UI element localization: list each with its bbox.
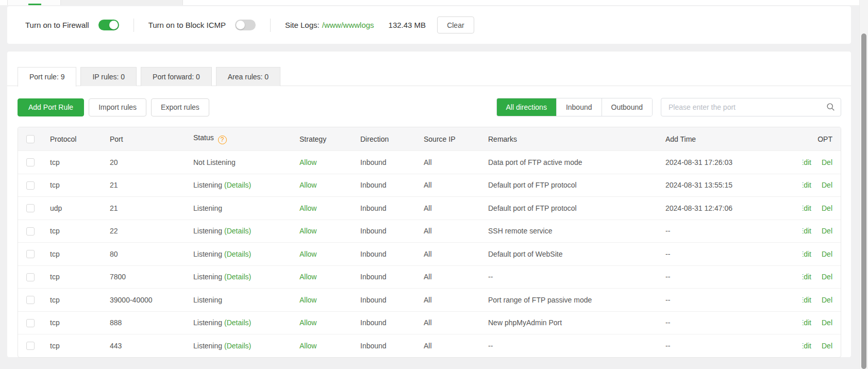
header-remarks: Remarks: [481, 135, 658, 143]
status-cell: Listening: [186, 296, 292, 304]
direction-cell: Inbound: [353, 296, 416, 304]
vertical-scrollbar[interactable]: [859, 0, 868, 369]
row-checkbox-cell: [18, 181, 43, 190]
active-tab-indicator: [28, 4, 41, 5]
status-details-link[interactable]: (Details): [224, 181, 251, 189]
row-checkbox-cell: [18, 295, 43, 304]
row-checkbox[interactable]: [26, 250, 35, 258]
edit-link[interactable]: Edit: [803, 273, 811, 281]
status-details-link[interactable]: (Details): [224, 318, 251, 327]
search-icon[interactable]: [826, 103, 835, 113]
remarks-cell: Data port of FTP active mode: [481, 158, 658, 166]
del-link[interactable]: Del: [822, 250, 832, 258]
status-cell: Listening(Details): [186, 273, 292, 281]
edit-link[interactable]: Edit: [803, 204, 811, 212]
toggle-knob: [236, 21, 245, 29]
status-cell: Listening(Details): [186, 250, 292, 258]
del-link[interactable]: Del: [822, 158, 832, 166]
export-rules-button[interactable]: Export rules: [151, 98, 209, 116]
header-port: Port: [103, 135, 186, 143]
edit-link[interactable]: Edit: [803, 158, 811, 166]
filter-all-directions[interactable]: All directions: [497, 98, 556, 116]
status-details-link[interactable]: (Details): [224, 227, 251, 235]
row-checkbox[interactable]: [26, 273, 35, 281]
add-time-cell: 2024-08-31 12:47:06: [658, 204, 803, 212]
top-active-tab[interactable]: [7, 0, 61, 5]
direction-cell: Inbound: [353, 250, 416, 258]
edit-link[interactable]: Edit: [803, 250, 811, 258]
table-row: tcp 21 Listening(Details) Allow Inbound …: [18, 174, 841, 197]
strategy-cell: Allow: [292, 296, 353, 304]
port-cell: 22: [103, 227, 186, 235]
rules-tabs: Port rule: 9 IP rules: 0 Port forward: 0…: [7, 67, 851, 86]
firewall-rules-panel: Port rule: 9 IP rules: 0 Port forward: 0…: [7, 52, 851, 357]
protocol-cell: tcp: [43, 318, 103, 327]
opt-cell: Edit Del: [803, 296, 841, 304]
status-cell: Not Listening: [186, 158, 292, 166]
direction-cell: Inbound: [353, 204, 416, 212]
firewall-toggle[interactable]: [98, 20, 119, 30]
strategy-cell: Allow: [292, 204, 353, 212]
edit-link[interactable]: Edit: [803, 318, 811, 327]
clear-logs-button[interactable]: Clear: [437, 16, 474, 33]
direction-cell: Inbound: [353, 158, 416, 166]
top-inactive-tab[interactable]: [61, 0, 183, 5]
status-details-link[interactable]: (Details): [224, 250, 251, 258]
del-link[interactable]: Del: [822, 204, 832, 212]
opt-cell: Edit Del: [803, 181, 841, 189]
port-cell: 21: [103, 204, 186, 212]
row-checkbox[interactable]: [26, 204, 35, 212]
filter-inbound[interactable]: Inbound: [556, 98, 602, 116]
source-ip-cell: All: [416, 273, 481, 281]
header-direction: Direction: [353, 135, 416, 143]
direction-cell: Inbound: [353, 227, 416, 235]
row-checkbox[interactable]: [26, 319, 35, 327]
direction-cell: Inbound: [353, 181, 416, 189]
divider: [270, 19, 271, 32]
add-port-rule-button[interactable]: Add Port Rule: [18, 98, 84, 116]
port-search-input[interactable]: [661, 98, 841, 116]
del-link[interactable]: Del: [822, 318, 832, 327]
opt-cell: Edit Del: [803, 204, 841, 212]
edit-link[interactable]: Edit: [803, 342, 811, 350]
row-checkbox[interactable]: [26, 181, 35, 190]
del-link[interactable]: Del: [822, 342, 832, 350]
icmp-toggle[interactable]: [235, 20, 256, 30]
edit-link[interactable]: Edit: [803, 296, 811, 304]
edit-link[interactable]: Edit: [803, 181, 811, 189]
add-time-cell: --: [658, 250, 803, 258]
status-details-link[interactable]: (Details): [224, 273, 251, 281]
protocol-cell: tcp: [43, 342, 103, 350]
row-checkbox[interactable]: [26, 342, 35, 350]
table-header-row: Protocol Port Status? Strategy Direction…: [18, 127, 841, 150]
tab-ip-rules[interactable]: IP rules: 0: [80, 67, 137, 86]
import-rules-button[interactable]: Import rules: [89, 98, 146, 116]
strategy-cell: Allow: [292, 158, 353, 166]
status-details-link[interactable]: (Details): [224, 342, 251, 350]
direction-filter-group: All directions Inbound Outbound: [496, 98, 653, 116]
strategy-cell: Allow: [292, 250, 353, 258]
add-time-cell: --: [658, 227, 803, 235]
row-checkbox[interactable]: [26, 227, 35, 236]
del-link[interactable]: Del: [822, 296, 832, 304]
filter-outbound[interactable]: Outbound: [602, 98, 653, 116]
row-checkbox[interactable]: [26, 296, 35, 304]
del-link[interactable]: Del: [822, 181, 832, 189]
del-link[interactable]: Del: [822, 227, 832, 235]
header-checkbox-cell: [18, 135, 43, 143]
firewall-toggle-label: Turn on to Firewall: [25, 21, 89, 29]
select-all-checkbox[interactable]: [26, 135, 35, 143]
del-link[interactable]: Del: [822, 273, 832, 281]
row-checkbox[interactable]: [26, 158, 35, 166]
status-help-icon[interactable]: ?: [218, 136, 227, 144]
tab-area-rules[interactable]: Area rules: 0: [216, 67, 280, 86]
site-logs-path-link[interactable]: /www/wwwlogs: [322, 21, 374, 29]
edit-link[interactable]: Edit: [803, 227, 811, 235]
protocol-cell: tcp: [43, 158, 103, 166]
tab-port-rules[interactable]: Port rule: 9: [18, 67, 76, 87]
row-checkbox-cell: [18, 227, 43, 236]
tab-port-forward[interactable]: Port forward: 0: [141, 67, 212, 86]
scrollbar-thumb[interactable]: [861, 33, 866, 369]
header-strategy: Strategy: [292, 135, 353, 143]
status-cell: Listening(Details): [186, 227, 292, 235]
